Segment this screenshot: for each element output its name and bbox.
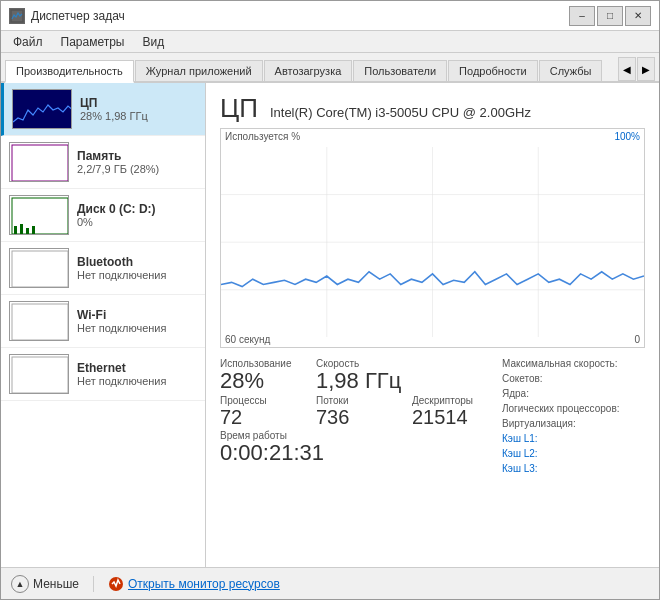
processes-label: Процессы bbox=[220, 395, 300, 406]
uptime-value: 0:00:21:31 bbox=[220, 441, 324, 465]
title-bar: Диспетчер задач – □ ✕ bbox=[1, 1, 659, 31]
ethernet-thumb bbox=[9, 354, 69, 394]
chart-x-min: 0 bbox=[634, 334, 640, 345]
maximize-button[interactable]: □ bbox=[597, 6, 623, 26]
footer-bar: ▲ Меньше Открыть монитор ресурсов bbox=[1, 567, 659, 599]
speed-value: 1,98 ГГц bbox=[316, 369, 401, 393]
svg-rect-9 bbox=[32, 226, 35, 234]
processes-stat: Процессы 72 bbox=[220, 395, 300, 428]
footer-divider bbox=[93, 576, 94, 592]
svg-rect-1 bbox=[13, 90, 72, 129]
cpu-detail: 28% 1,98 ГГц bbox=[80, 110, 197, 122]
memory-detail: 2,2/7,9 ГБ (28%) bbox=[77, 163, 197, 175]
window-title: Диспетчер задач bbox=[31, 9, 125, 23]
wifi-thumb bbox=[9, 301, 69, 341]
max-speed-label: Максимальная скорость: bbox=[502, 358, 659, 369]
app-icon bbox=[9, 8, 25, 24]
svg-rect-7 bbox=[20, 224, 23, 234]
less-label: Меньше bbox=[33, 577, 79, 591]
detail-title: ЦП bbox=[220, 93, 258, 124]
virt-label: Виртуализация: bbox=[502, 418, 659, 429]
threads-value: 736 bbox=[316, 406, 396, 428]
cpu-chart: Используется % 100% 60 секунд 0 bbox=[220, 128, 645, 348]
ethernet-detail: Нет подключения bbox=[77, 375, 197, 387]
ethernet-name: Ethernet bbox=[77, 361, 197, 375]
sidebar-item-disk[interactable]: Диск 0 (C: D:) 0% bbox=[1, 189, 205, 242]
close-button[interactable]: ✕ bbox=[625, 6, 651, 26]
threads-label: Потоки bbox=[316, 395, 396, 406]
menu-file[interactable]: Файл bbox=[5, 33, 51, 51]
cache-l1-label: Кэш L1: bbox=[502, 433, 659, 444]
tab-scroll-left[interactable]: ◀ bbox=[618, 57, 636, 81]
disk-name: Диск 0 (C: D:) bbox=[77, 202, 197, 216]
main-window: Диспетчер задач – □ ✕ Файл Параметры Вид… bbox=[0, 0, 660, 600]
tab-details[interactable]: Подробности bbox=[448, 60, 538, 81]
less-button[interactable]: ▲ Меньше bbox=[11, 575, 79, 593]
uptime-row: Время работы 0:00:21:31 bbox=[220, 430, 492, 465]
descriptors-value: 21514 bbox=[412, 406, 492, 428]
monitor-label: Открыть монитор ресурсов bbox=[128, 577, 280, 591]
proc-thread-row: Процессы 72 Потоки 736 Дескрипторы 21514 bbox=[220, 395, 492, 428]
svg-rect-2 bbox=[10, 143, 69, 182]
sockets-label: Сокетов: bbox=[502, 373, 659, 384]
svg-rect-6 bbox=[14, 226, 17, 234]
detail-panel: ЦП Intel(R) Core(TM) i3-5005U CPU @ 2.00… bbox=[206, 83, 659, 567]
minimize-button[interactable]: – bbox=[569, 6, 595, 26]
usage-speed-row: Использование 28% Скорость 1,98 ГГц bbox=[220, 358, 492, 393]
svg-rect-4 bbox=[10, 196, 69, 235]
tab-performance[interactable]: Производительность bbox=[5, 60, 134, 83]
svg-rect-10 bbox=[10, 249, 69, 288]
chart-y-max: 100% bbox=[614, 131, 640, 142]
stats-right: Максимальная скорость: Сокетов: Ядра: Ло… bbox=[502, 358, 659, 474]
svg-rect-8 bbox=[26, 228, 29, 234]
descriptors-stat: Дескрипторы 21514 bbox=[412, 395, 492, 428]
tab-users[interactable]: Пользователи bbox=[353, 60, 447, 81]
monitor-link[interactable]: Открыть монитор ресурсов bbox=[108, 576, 280, 592]
bluetooth-detail: Нет подключения bbox=[77, 269, 197, 281]
tab-services[interactable]: Службы bbox=[539, 60, 603, 81]
cpu-chart-svg bbox=[221, 147, 644, 337]
detail-header: ЦП Intel(R) Core(TM) i3-5005U CPU @ 2.00… bbox=[220, 93, 645, 124]
svg-rect-14 bbox=[10, 355, 69, 394]
cores-label: Ядра: bbox=[502, 388, 659, 399]
main-content: ЦП 28% 1,98 ГГц Память 2,2/7,9 ГБ (28%) bbox=[1, 83, 659, 567]
tab-scroll-right[interactable]: ▶ bbox=[637, 57, 655, 81]
bluetooth-thumb bbox=[9, 248, 69, 288]
menu-params[interactable]: Параметры bbox=[53, 33, 133, 51]
disk-thumb bbox=[9, 195, 69, 235]
descriptors-label: Дескрипторы bbox=[412, 395, 492, 406]
cache-l2-label: Кэш L2: bbox=[502, 448, 659, 459]
sidebar-item-bluetooth[interactable]: Bluetooth Нет подключения bbox=[1, 242, 205, 295]
window-controls: – □ ✕ bbox=[569, 6, 651, 26]
threads-stat: Потоки 736 bbox=[316, 395, 396, 428]
tab-scroll-controls: ◀ ▶ bbox=[618, 57, 655, 81]
chevron-up-icon: ▲ bbox=[11, 575, 29, 593]
sidebar-item-wifi[interactable]: Wi-Fi Нет подключения bbox=[1, 295, 205, 348]
tab-app-history[interactable]: Журнал приложений bbox=[135, 60, 263, 81]
memory-thumb bbox=[9, 142, 69, 182]
wifi-name: Wi-Fi bbox=[77, 308, 197, 322]
speed-stat: Скорость 1,98 ГГц bbox=[316, 358, 401, 393]
memory-name: Память bbox=[77, 149, 197, 163]
tab-startup[interactable]: Автозагрузка bbox=[264, 60, 353, 81]
menu-bar: Файл Параметры Вид bbox=[1, 31, 659, 53]
cpu-name: ЦП bbox=[80, 96, 197, 110]
sidebar-item-memory[interactable]: Память 2,2/7,9 ГБ (28%) bbox=[1, 136, 205, 189]
uptime-stat: Время работы 0:00:21:31 bbox=[220, 430, 324, 465]
sidebar-item-ethernet[interactable]: Ethernet Нет подключения bbox=[1, 348, 205, 401]
bluetooth-name: Bluetooth bbox=[77, 255, 197, 269]
cpu-thumb bbox=[12, 89, 72, 129]
logical-label: Логических процессоров: bbox=[502, 403, 659, 414]
wifi-detail: Нет подключения bbox=[77, 322, 197, 334]
sidebar: ЦП 28% 1,98 ГГц Память 2,2/7,9 ГБ (28%) bbox=[1, 83, 206, 567]
disk-detail: 0% bbox=[77, 216, 197, 228]
detail-subtitle: Intel(R) Core(TM) i3-5005U CPU @ 2.00GHz bbox=[270, 105, 531, 120]
menu-view[interactable]: Вид bbox=[134, 33, 172, 51]
stats-left: Использование 28% Скорость 1,98 ГГц Проц… bbox=[220, 358, 492, 474]
monitor-icon bbox=[108, 576, 124, 592]
chart-y-label: Используется % bbox=[225, 131, 300, 142]
sidebar-item-cpu[interactable]: ЦП 28% 1,98 ГГц bbox=[1, 83, 205, 136]
stats-container: Использование 28% Скорость 1,98 ГГц Проц… bbox=[220, 358, 645, 474]
tabs-bar: Производительность Журнал приложений Авт… bbox=[1, 53, 659, 83]
usage-value: 28% bbox=[220, 369, 300, 393]
